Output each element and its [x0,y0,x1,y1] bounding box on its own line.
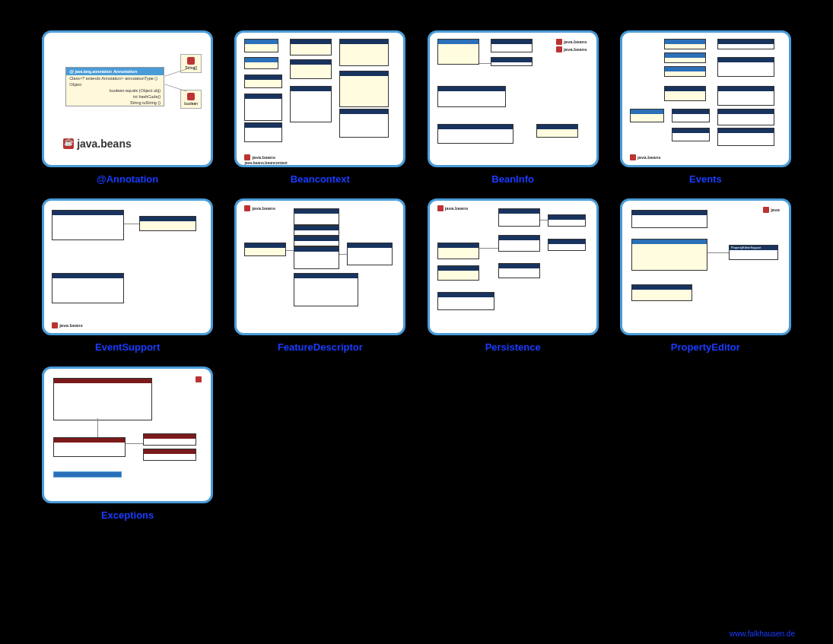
caption: BeanInfo [491,173,534,185]
cell-beancontext: java.beans java.beans.beancontext Beanco… [231,30,409,185]
package-text: java.beans [59,323,83,328]
thumb-beancontext[interactable]: java.beans java.beans.beancontext [234,30,405,167]
coffee-icon [244,154,250,160]
cell-beaninfo: java.beans java.beans BeanInfo [424,30,602,185]
annotation-card: @ java.lang.annotation Annotation Class<… [65,67,164,106]
package-text: java.beans [564,40,587,44]
annotation-prefix: @ [69,69,74,74]
thumb-featuredescriptor[interactable]: java.beans [234,198,405,335]
thumb-persistence[interactable]: java.beans [428,198,599,335]
thumb-annotation[interactable]: @ java.lang.annotation Annotation Class<… [42,30,213,167]
coffee-icon [556,46,562,52]
coffee-icon [244,205,250,211]
cell-persistence: java.beans Persistence [424,198,602,353]
thumb-propertyeditor[interactable]: java PropertyEditorSupport [620,198,791,335]
coffee-icon [187,57,195,65]
package-text: java.beans [252,155,275,160]
thumb-events[interactable]: java.beans [620,30,791,167]
annotation-row: String toString () [66,100,164,106]
ref-box: boolean [180,90,202,109]
caption: @Annotation [97,173,158,185]
thumb-beaninfo[interactable]: java.beans java.beans [428,30,599,167]
annotation-row: boolean equals (Object obj) [66,87,164,94]
coffee-icon [630,154,636,160]
package-text: java.beans [445,206,469,211]
package-text: java.beans [564,47,587,52]
package-text: java.beans [637,155,661,160]
caption: Persistence [485,341,541,353]
package-label: java.beans [63,138,132,150]
footer-link[interactable]: www.falkhausen.de [730,630,795,638]
coffee-icon [763,207,769,213]
package-text: java.beans [252,206,275,211]
package-text: java [771,208,780,212]
package-text: java.beans [77,138,132,150]
coffee-icon [187,93,195,100]
cell-eventsupport: java.beans EventSupport [38,198,217,353]
package-text: java.beans.beancontext [244,160,287,165]
annotation-row: int hashCode() [66,94,164,100]
coffee-icon [52,322,58,328]
annotation-badge: java.lang.annotation [75,69,112,74]
cell-featuredescriptor: java.beans FeatureDescriptor [231,198,409,353]
coffee-icon [196,376,202,382]
caption: Events [689,173,722,185]
coffee-icon [556,39,562,45]
coffee-icon [63,138,74,149]
diagram-grid: @ java.lang.annotation Annotation Class<… [0,0,833,536]
caption: Exceptions [101,509,154,521]
coffee-icon [437,205,444,211]
cell-annotation: @ java.lang.annotation Annotation Class<… [38,30,217,185]
cell-propertyeditor: java PropertyEditorSupport PropertyEdito… [616,198,795,353]
annotation-name: Annotation [113,69,138,74]
annotation-row: Class<? extends Annotation> annotationTy… [66,75,164,81]
caption: FeatureDescriptor [278,341,363,353]
caption: EventSupport [95,341,160,353]
ref-label: boolean [184,101,198,106]
thumb-exceptions[interactable] [42,366,213,503]
cell-exceptions: Exceptions [38,366,217,521]
thumb-eventsupport[interactable]: java.beans [42,198,213,335]
cell-events: java.beans Events [616,30,795,185]
annotation-row: Object [66,81,164,87]
caption: Beancontext [291,173,350,185]
caption: PropertyEditor [671,341,740,353]
connector [165,84,187,91]
